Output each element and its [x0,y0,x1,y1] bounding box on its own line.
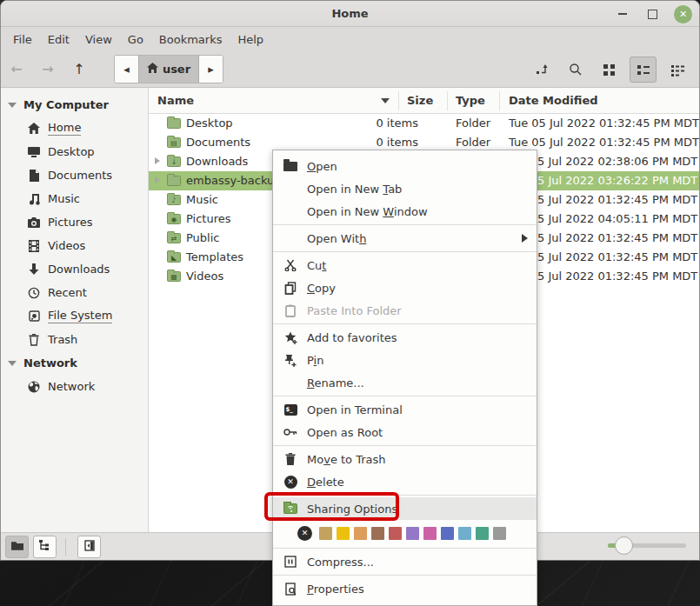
sidebar-item-pictures[interactable]: Pictures [1,210,148,234]
menu-view[interactable]: View [77,30,120,50]
breadcrumb-next-button[interactable]: ▸ [199,56,223,83]
list-header: Name Size Type Date Modified [149,88,699,114]
document-icon [27,169,41,183]
up-button[interactable]: ↑ [63,56,95,83]
sidebar-section-my-computer[interactable]: My Computer [1,93,148,117]
sidebar-item-downloads[interactable]: Downloads [1,257,148,281]
camera-icon [27,216,41,230]
hide-sidebar-button[interactable] [77,536,101,558]
pin-plus-icon [283,353,297,367]
sidebar-item-trash[interactable]: Trash [1,328,148,351]
menu-item-paste-into-folder: Paste Into Folder [273,299,537,322]
breadcrumb-prev-button[interactable]: ◂ [115,56,138,83]
download-icon [27,263,41,276]
color-swatch[interactable] [441,527,454,540]
sidebar-item-network[interactable]: Network [1,375,148,398]
color-swatch[interactable] [319,527,332,540]
icon-view-button[interactable] [596,57,623,83]
menu-separator [273,251,537,252]
menu-go[interactable]: Go [120,30,151,50]
color-swatch[interactable] [476,527,489,540]
menu-help[interactable]: Help [230,30,271,50]
menu-separator [273,575,537,576]
menu-item-add-to-favorites[interactable]: Add to favorites [273,326,537,349]
folder-icon [167,176,181,186]
clock-icon [27,286,41,300]
menu-item-compress[interactable]: Compress... [273,550,537,573]
film-icon [27,239,41,253]
menu-bookmarks[interactable]: Bookmarks [151,30,230,50]
column-header-size[interactable]: Size [407,94,433,107]
menu-separator [273,396,537,396]
collapse-triangle-icon [8,103,17,108]
search-button[interactable] [562,57,589,83]
menu-item-properties[interactable]: Properties [273,577,537,600]
collapse-triangle-icon [8,361,17,366]
drive-icon [27,310,41,323]
expand-triangle-icon[interactable] [155,157,160,164]
sidebar-item-recent[interactable]: Recent [1,281,148,304]
menu-item-open-in-terminal[interactable]: $_ Open in Terminal [273,398,537,421]
column-header-date[interactable]: Date Modified [509,94,598,107]
menu-item-open-as-root[interactable]: Open as Root [273,421,537,443]
color-swatch[interactable] [354,527,367,540]
minimize-button[interactable] [615,6,630,22]
sidebar-item-music[interactable]: Music [1,187,148,210]
zoom-slider-knob[interactable] [615,536,633,555]
color-swatch[interactable] [423,527,437,540]
folder-icon: ▦ [167,271,181,282]
compact-view-button[interactable] [663,57,690,83]
file-row-desktop[interactable]: Desktop 0 items Folder Tue 05 Jul 2022 0… [149,114,699,133]
forward-button[interactable]: → [32,56,63,83]
clear-color-button[interactable]: ✕ [297,526,312,541]
sort-descending-icon [381,98,390,103]
menu-item-cut[interactable]: Cut [273,254,537,276]
list-view-button[interactable] [630,57,657,83]
color-swatch[interactable] [389,527,402,540]
sidebar-item-home[interactable]: Home [1,117,148,140]
column-header-name[interactable]: Name [157,94,194,107]
color-swatch[interactable] [493,527,506,540]
sidebar-item-videos[interactable]: Videos [1,234,148,257]
home-icon [27,122,41,136]
sidebar-item-file-system[interactable]: File System [1,304,148,328]
folder-icon: ◉ [167,214,181,224]
color-swatch[interactable] [371,527,384,540]
menu-item-copy[interactable]: Copy [273,276,537,299]
color-swatch[interactable] [406,527,419,540]
breadcrumb: ◂ user ▸ [114,55,223,83]
close-button[interactable]: ✕ [674,5,692,23]
menu-item-open-in-new-tab[interactable]: Open in New Tab [273,177,537,200]
breadcrumb-current-user[interactable]: user [138,56,199,83]
menu-item-delete[interactable]: ✕ Delete [273,470,537,493]
folder-icon: ◣ [167,252,181,263]
expand-triangle-icon[interactable] [155,176,160,183]
color-swatch[interactable] [337,527,350,540]
titlebar: Home ✕ [1,1,699,27]
menu-item-sharing-options[interactable]: Sharing Options [273,497,537,520]
menu-separator [273,323,537,324]
menu-item-open-with[interactable]: Open With [273,227,537,250]
desktop-icon [27,145,41,159]
menu-file[interactable]: File [5,30,40,50]
column-header-type[interactable]: Type [456,94,485,107]
show-places-button[interactable] [5,536,29,558]
home-icon [147,63,158,76]
back-button[interactable]: ← [1,56,32,83]
sidebar-section-network[interactable]: Network [1,351,148,375]
properties-icon [283,582,297,596]
menu-edit[interactable]: Edit [40,30,77,50]
menu-item-move-to-trash[interactable]: Move to Trash [273,448,537,470]
sidebar-item-desktop[interactable]: Desktop [1,140,148,163]
color-swatch[interactable] [458,527,471,540]
zoom-slider[interactable] [608,543,686,548]
menu-item-pin[interactable]: Pin [273,349,537,371]
menu-item-open-in-new-window[interactable]: Open in New Window [273,200,537,223]
menu-item-open[interactable]: Open [273,155,537,177]
show-treeview-button[interactable] [33,536,57,558]
maximize-button[interactable] [644,6,660,22]
toggle-location-entry-button[interactable] [528,57,555,83]
menu-separator [273,495,537,496]
sidebar-item-documents[interactable]: Documents [1,163,148,187]
menu-item-rename[interactable]: Rename... [273,371,537,394]
